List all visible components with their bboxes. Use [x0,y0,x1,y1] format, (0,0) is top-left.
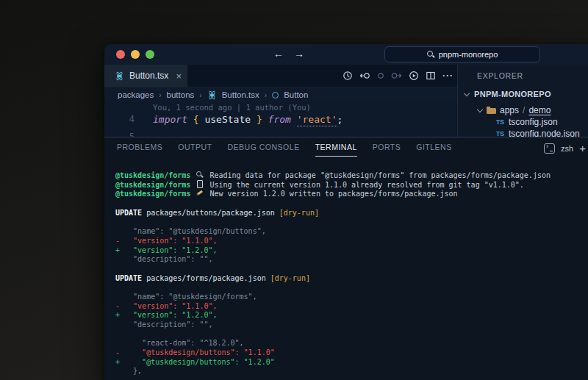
terminal-line: + "@tuskdesign/buttons": "1.2.0" [115,358,588,368]
text-segment: UPDATE [115,274,142,282]
react-icon [115,71,124,81]
terminal-line: @tuskdesign/forms New version 1.2.0 writ… [115,190,588,199]
file-label: tsconfig.json [509,117,558,127]
text-segment: @tuskdesign/forms [115,190,195,198]
breadcrumb-separator: › [199,91,201,99]
explorer-root-pnpm-monorepo[interactable]: PNPM-MONOREPO [464,88,551,100]
text-segment: [dry-run] [279,209,319,217]
text-segment: + "@tuskdesign/buttons": "1.2.0" [115,358,275,366]
breadcrumb-separator: › [159,91,161,99]
panel-tab-terminal[interactable]: TERMINAL [315,137,357,157]
document-icon [196,181,204,188]
breadcrumb-item-buttons[interactable]: buttons [167,90,195,99]
panel-tab-gitlens[interactable]: GITLENS [416,137,451,157]
terminal-line: "description": "", [115,255,588,265]
explorer-file-tsconfig-json[interactable]: TStsconfig.json [496,116,588,128]
new-terminal-button[interactable]: + [579,142,586,154]
explorer-folder-apps-demo[interactable]: apps / demo [477,104,551,116]
text-segment: + "version": "1.2.0", [115,311,217,319]
back-icon[interactable]: ← [273,48,284,60]
terminal-line: "react-dom": "^18.2.0", [115,339,588,348]
breadcrumb-item-packages[interactable]: packages [118,90,154,99]
close-tab-icon[interactable]: × [176,71,182,82]
run-circle-icon[interactable] [409,71,419,81]
text-segment: + "version": "1.2.0", [115,246,217,254]
folder-name: apps [500,105,519,115]
terminal-line [115,283,588,293]
text-segment: packages/forms/package.json [142,274,270,282]
terminal-line: + "version": "1.2.0", [115,246,588,256]
terminal-prompt-icon [544,143,555,154]
bottom-panel: PROBLEMSOUTPUTDEBUG CONSOLETERMINALPORTS… [104,137,588,380]
text-segment: - "version": "1.1.0", [115,302,217,310]
path-separator: / [523,105,525,115]
root-label: PNPM-MONOREPO [474,90,551,98]
terminal-line [115,330,588,340]
nav-back-circle-icon[interactable] [359,71,370,81]
split-editor-icon[interactable] [426,71,436,81]
panel-tab-debug-console[interactable]: DEBUG CONSOLE [228,137,300,157]
panel-tab-ports[interactable]: PORTS [373,137,401,157]
folder-highlight: demo [528,105,551,115]
text-segment: [dry-run] [270,274,310,282]
text-segment: @tuskdesign/forms [115,171,195,179]
text-segment: Reading data for package "@tuskdesign/fo… [205,171,551,179]
text-segment: }, [115,367,142,375]
text-segment [262,114,268,125]
text-segment: UPDATE [115,209,142,217]
folder-open-icon [487,107,496,115]
shell-label: zsh [561,144,573,153]
terminal-line: @tuskdesign/forms Reading data for packa… [115,171,588,181]
terminal-line: @tuskdesign/forms Using the current vers… [115,181,588,190]
editor-tab-bar: Button.tsx × ··· [104,65,457,87]
text-segment: useState [199,114,257,125]
text-segment: "name": "@tuskdesign/forms", [115,293,257,301]
text-segment: - "version": "1.1.0", [115,237,217,245]
search-icon [427,51,434,58]
terminal-output[interactable]: @tuskdesign/forms Reading data for packa… [104,157,588,376]
zoom-window-button[interactable] [146,50,154,59]
breadcrumb-item-button[interactable]: Button [284,90,308,99]
text-segment: "description": "", [115,255,212,263]
nav-forward-circle-icon[interactable] [391,71,402,81]
history-nav: ← → [273,48,304,60]
terminal-line: "name": "@tuskdesign/buttons", [115,227,588,237]
nav-circle-icon[interactable] [377,71,384,81]
terminal-controls: zsh + [544,142,586,154]
breadcrumb[interactable]: packages›buttons›Button.tsx›Button [104,87,457,102]
text-segment: "react-dom": "^18.2.0", [115,339,244,347]
code-line: 4 import { useState } from 'react'; [104,112,457,126]
panel-tab-output[interactable]: OUTPUT [178,137,212,157]
text-segment [291,114,297,125]
titlebar[interactable]: ← → pnpm-monorepo [104,44,588,65]
breadcrumb-separator: › [265,91,267,99]
terminal-line: - "version": "1.1.0", [115,302,588,312]
line-number: 4 [104,114,135,124]
pencil-icon [196,190,204,197]
terminal-line: UPDATE packages/buttons/package.json [dr… [115,209,588,218]
text-segment: import [153,114,187,125]
gitlens-blame-annotation: You, 1 second ago | 1 author (You) [153,103,311,112]
text-segment: @tuskdesign/forms [115,181,195,189]
tab-button-tsx[interactable]: Button.tsx × [104,65,188,87]
text-segment: New version 1.2.0 written to packages/fo… [205,190,457,198]
terminal-line: - "@tuskdesign/buttons": "1.1.0" [115,348,588,358]
minimize-window-button[interactable] [131,50,140,59]
panel-tab-problems[interactable]: PROBLEMS [117,137,162,157]
breadcrumb-item-button-tsx[interactable]: Button.tsx [222,90,259,99]
more-actions-icon[interactable]: ··· [442,71,453,81]
text-segment: Using the current version 1.1.0 already … [205,181,523,189]
text-segment: "name": "@tuskdesign/buttons", [115,227,266,235]
traffic-lights [116,50,154,59]
terminal-line [115,199,588,209]
text-segment: - "@tuskdesign/buttons": "1.1.0" [115,348,275,356]
terminal-line: "name": "@tuskdesign/forms", [115,293,588,302]
command-center-search[interactable]: pnpm-monorepo [384,46,540,62]
terminal-line: UPDATE packages/forms/package.json [dry-… [115,274,588,284]
chevron-down-icon [464,91,470,97]
forward-icon[interactable]: → [294,48,304,60]
text-segment: ; [337,114,343,125]
close-window-button[interactable] [116,50,125,59]
timeline-history-icon[interactable] [343,71,353,81]
symbol-class-icon [272,92,279,98]
